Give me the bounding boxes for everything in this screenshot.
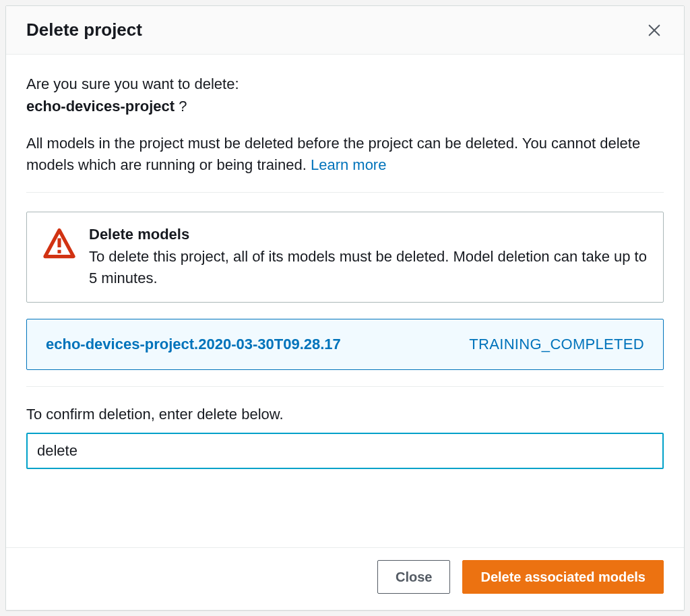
- divider: [26, 192, 664, 193]
- delete-project-modal: Delete project Are you sure you want to …: [5, 5, 685, 611]
- modal-body: Are you sure you want to delete: echo-de…: [6, 55, 684, 547]
- delete-models-alert: Delete models To delete this project, al…: [26, 212, 664, 303]
- close-button[interactable]: Close: [377, 560, 450, 594]
- divider-2: [26, 386, 664, 387]
- learn-more-link[interactable]: Learn more: [311, 156, 387, 173]
- modal-header: Delete project: [6, 6, 684, 55]
- modal-title: Delete project: [26, 20, 142, 40]
- model-row[interactable]: echo-devices-project.2020-03-30T09.28.17…: [26, 319, 664, 370]
- delete-associated-models-button[interactable]: Delete associated models: [462, 560, 664, 594]
- project-suffix: ?: [179, 98, 187, 115]
- svg-rect-2: [57, 238, 61, 247]
- alert-title: Delete models: [89, 226, 647, 243]
- modal-footer: Close Delete associated models: [6, 547, 684, 610]
- alert-content: Delete models To delete this project, al…: [89, 226, 647, 289]
- model-name: echo-devices-project.2020-03-30T09.28.17: [46, 336, 341, 353]
- warning-triangle-icon: [43, 227, 75, 259]
- confirm-delete-input[interactable]: [26, 433, 664, 469]
- confirm-label: To confirm deletion, enter delete below.: [26, 406, 664, 423]
- deletion-warning: All models in the project must be delete…: [26, 133, 664, 176]
- alert-body: To delete this project, all of its model…: [89, 246, 647, 289]
- close-icon[interactable]: [645, 21, 664, 40]
- model-status: TRAINING_COMPLETED: [469, 336, 644, 353]
- confirm-question: Are you sure you want to delete:: [26, 73, 664, 95]
- project-name: echo-devices-project: [26, 98, 175, 115]
- project-line: echo-devices-project ?: [26, 98, 664, 115]
- svg-rect-3: [57, 249, 61, 253]
